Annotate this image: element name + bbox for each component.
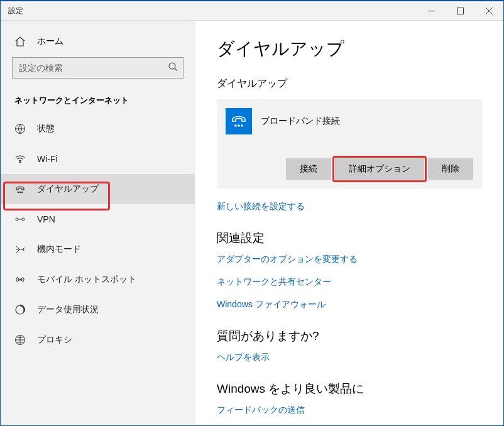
window-title: 設定 (8, 6, 23, 16)
sidebar-item-datausage[interactable]: データ使用状況 (1, 295, 195, 325)
proxy-icon (14, 334, 26, 346)
home-button[interactable]: ホーム (1, 30, 195, 53)
titlebar: 設定 (1, 1, 503, 20)
sidebar-item-label: プロキシ (37, 334, 72, 346)
page-subtitle: ダイヤルアップ (217, 77, 482, 90)
sidebar-item-label: ダイヤルアップ (37, 183, 99, 195)
sidebar: ホーム ネットワークとインターネット (1, 21, 195, 425)
home-label: ホーム (37, 36, 63, 47)
sidebar-item-proxy[interactable]: プロキシ (1, 325, 195, 355)
help-title: 質問がありますか? (217, 328, 482, 344)
svg-point-9 (19, 192, 20, 192)
delete-button[interactable]: 削除 (428, 158, 473, 180)
maximize-button[interactable] (446, 1, 474, 20)
hotspot-icon (14, 274, 26, 285)
svg-point-7 (19, 161, 21, 163)
svg-point-17 (235, 125, 236, 126)
sidebar-item-status[interactable]: 状態 (1, 114, 195, 144)
data-usage-icon (14, 304, 26, 315)
sidebar-item-airplane[interactable]: 機内モード (1, 234, 195, 265)
adapter-options-link[interactable]: アダプターのオプションを変更する (217, 254, 482, 265)
sidebar-item-hotspot[interactable]: モバイル ホットスポット (1, 265, 195, 295)
feedback-title: Windows をより良い製品に (217, 381, 482, 397)
svg-point-10 (21, 192, 22, 192)
sidebar-item-label: モバイル ホットスポット (37, 274, 136, 285)
sidebar-item-dialup[interactable]: ダイヤルアップ (1, 174, 195, 204)
svg-line-5 (175, 68, 177, 71)
dialup-icon (14, 183, 26, 195)
connection-icon (226, 108, 252, 134)
sidebar-item-label: Wi-Fi (37, 154, 58, 164)
svg-point-18 (238, 125, 239, 126)
svg-point-12 (22, 218, 25, 221)
sidebar-item-label: データ使用状況 (37, 304, 99, 315)
show-help-link[interactable]: ヘルプを表示 (217, 352, 482, 363)
new-connection-link[interactable]: 新しい接続を設定する (217, 201, 482, 212)
sharing-center-link[interactable]: ネットワークと共有センター (217, 276, 482, 288)
home-icon (14, 36, 26, 47)
svg-rect-1 (457, 8, 463, 14)
content-area: ダイヤルアップ ダイヤルアップ ブロードバンド接続 接続 詳細オプション (195, 21, 503, 425)
firewall-link[interactable]: Windows ファイアウォール (217, 299, 482, 310)
related-settings-title: 関連設定 (217, 230, 482, 246)
advanced-options-button[interactable]: 詳細オプション (335, 158, 424, 180)
globe-grid-icon (14, 123, 26, 134)
minimize-button[interactable] (417, 1, 446, 20)
svg-point-11 (16, 218, 18, 221)
page-title: ダイヤルアップ (217, 37, 482, 61)
wifi-icon (14, 153, 26, 165)
connection-name: ブロードバンド接続 (261, 116, 340, 127)
sidebar-item-label: VPN (37, 214, 55, 224)
vpn-icon (14, 214, 26, 225)
send-feedback-link[interactable]: フィードバックの送信 (217, 405, 482, 416)
sidebar-item-label: 状態 (37, 123, 55, 134)
search-icon (168, 62, 178, 74)
search-field[interactable] (19, 63, 168, 73)
connection-card[interactable]: ブロードバンド接続 接続 詳細オプション 削除 (217, 99, 482, 188)
svg-point-19 (241, 125, 243, 126)
sidebar-item-vpn[interactable]: VPN (1, 204, 195, 234)
sidebar-item-wifi[interactable]: Wi-Fi (1, 144, 195, 174)
sidebar-item-label: 機内モード (37, 244, 81, 255)
search-input[interactable] (12, 57, 184, 79)
svg-point-4 (169, 63, 175, 69)
airplane-icon (14, 244, 26, 255)
svg-point-14 (19, 279, 21, 280)
connect-button[interactable]: 接続 (286, 158, 331, 180)
svg-point-8 (18, 192, 18, 192)
category-label: ネットワークとインターネット (1, 85, 195, 114)
close-button[interactable] (474, 1, 503, 20)
